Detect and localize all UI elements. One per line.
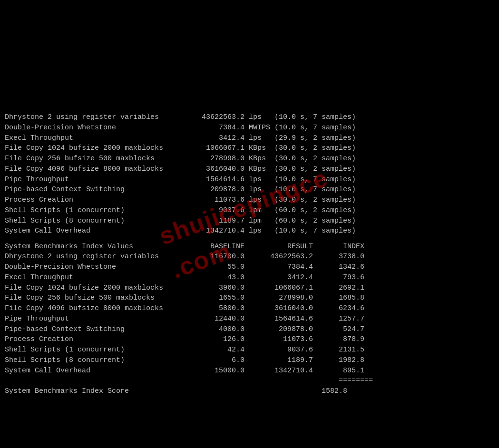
benchmark-row: File Copy 4096 bufsize 8000 maxblocks 36…: [5, 165, 356, 173]
index-row: File Copy 1024 bufsize 2000 maxblocks 39…: [5, 284, 364, 292]
benchmark-row: Pipe Throughput 1564614.6 lps (10.0 s, 7…: [5, 175, 356, 184]
index-row: Pipe-based Context Switching 4000.0 2098…: [5, 325, 364, 333]
benchmark-row: System Call Overhead 1342710.4 lps (10.0…: [5, 227, 356, 235]
index-row: Shell Scripts (1 concurrent) 42.4 9037.6…: [5, 346, 364, 354]
benchmark-row: File Copy 1024 bufsize 2000 maxblocks 10…: [5, 144, 356, 152]
equals-line: ========: [5, 377, 373, 385]
index-row: Pipe Throughput 12440.0 1564614.6 1257.7: [5, 315, 364, 323]
benchmark-row: Shell Scripts (1 concurrent) 9037.6 lpm …: [5, 206, 356, 214]
index-section: System Benchmarks Index Values BASELINE …: [5, 242, 494, 397]
index-row: System Call Overhead 15000.0 1342710.4 8…: [5, 367, 364, 375]
benchmark-row: Double-Precision Whetstone 7384.4 MWIPS …: [5, 124, 356, 132]
index-row: Dhrystone 2 using register variables 116…: [5, 253, 364, 261]
index-row: Execl Throughput 43.0 3412.4 793.6: [5, 273, 364, 282]
benchmark-row: File Copy 256 bufsize 500 maxblocks 2789…: [5, 155, 356, 163]
index-row: File Copy 256 bufsize 500 maxblocks 1655…: [5, 294, 364, 302]
index-row: Shell Scripts (8 concurrent) 6.0 1189.7 …: [5, 356, 364, 364]
benchmark-row: Shell Scripts (8 concurrent) 1189.7 lpm …: [5, 217, 356, 225]
terminal-output: [5, 4, 494, 107]
benchmark-row: Execl Throughput 3412.4 lps (29.9 s, 2 s…: [5, 134, 356, 142]
index-row: File Copy 4096 bufsize 8000 maxblocks 58…: [5, 304, 364, 312]
index-row: Double-Precision Whetstone 55.0 7384.4 1…: [5, 263, 364, 271]
benchmarks-section: Dhrystone 2 using register variables 436…: [5, 112, 494, 236]
index-row: Process Creation 126.0 11073.6 878.9: [5, 335, 364, 343]
benchmark-row: Pipe-based Context Switching 209878.0 lp…: [5, 185, 356, 194]
benchmark-row: Dhrystone 2 using register variables 436…: [5, 113, 356, 121]
index-header: System Benchmarks Index Values BASELINE …: [5, 243, 364, 251]
benchmark-row: Process Creation 11073.6 lps (30.0 s, 2 …: [5, 196, 356, 204]
score-line: System Benchmarks Index Score 1582.8: [5, 387, 347, 395]
